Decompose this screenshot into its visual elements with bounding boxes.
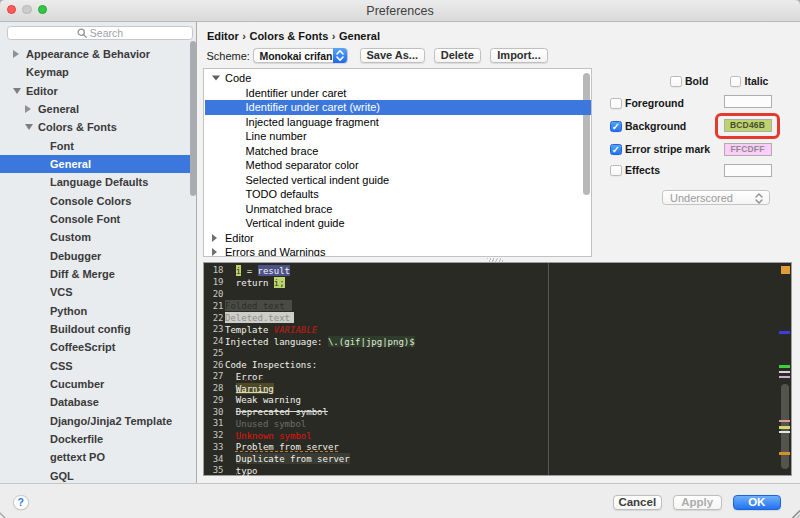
attribute-item-unmatched-brace[interactable]: Unmatched brace: [205, 202, 592, 217]
preferences-window: Preferences Search Appearance & Behavior…: [0, 0, 800, 518]
attribute-item-identifier-under-caret[interactable]: Identifier under caret: [205, 86, 592, 101]
effect-style-select[interactable]: Underscored: [662, 190, 770, 205]
code-line-25: 25: [204, 347, 791, 359]
attribute-item-identifier-under-caret-write[interactable]: Identifier under caret (write): [205, 100, 592, 115]
sidebar-item-label: Editor: [26, 85, 58, 97]
sidebar-item-dockerfile[interactable]: Dockerfile: [0, 430, 196, 448]
attribute-item-method-separator-color[interactable]: Method separator color: [205, 158, 592, 173]
error-stripe-mark[interactable]: [779, 376, 790, 379]
title-bar[interactable]: Preferences: [0, 0, 800, 22]
collapse-arrow-icon[interactable]: [13, 88, 21, 94]
error-stripe-mark-checkbox[interactable]: [610, 144, 622, 156]
sidebar-item-console-font[interactable]: Console Font: [0, 210, 196, 228]
sidebar-item-coffeescript[interactable]: CoffeeScript: [0, 338, 196, 356]
collapse-arrow-icon[interactable]: [212, 76, 220, 81]
sidebar-item-general[interactable]: General: [0, 100, 196, 118]
italic-checkbox[interactable]: [730, 76, 742, 88]
expand-arrow-icon[interactable]: [25, 105, 31, 113]
breadcrumb-item-colors-fonts[interactable]: Colors & Fonts: [249, 30, 328, 42]
attribute-item-editor[interactable]: Editor: [205, 231, 592, 246]
cancel-button[interactable]: Cancel: [613, 495, 662, 510]
sidebar-item-custom[interactable]: Custom: [0, 228, 196, 246]
attribute-item-errors-and-warnings[interactable]: Errors and Warnings: [205, 245, 592, 256]
sidebar-item-label: Custom: [50, 231, 91, 243]
sidebar-item-appearance-behavior[interactable]: Appearance & Behavior: [0, 45, 196, 63]
attribute-item-selected-vertical-indent-guide[interactable]: Selected vertical indent guide: [205, 173, 592, 188]
effects-checkbox[interactable]: [610, 165, 622, 177]
expand-arrow-icon[interactable]: [13, 50, 19, 58]
sidebar-item-label: Dockerfile: [50, 433, 103, 445]
sidebar-scrollbar[interactable]: [190, 41, 196, 196]
attribute-item-label: Selected vertical indent guide: [246, 174, 390, 186]
sidebar-item-vcs[interactable]: VCS: [0, 283, 196, 301]
sidebar-item-colors-fonts[interactable]: Colors & Fonts: [0, 118, 196, 136]
resize-grip-left-icon[interactable]: [0, 511, 7, 518]
background-checkbox[interactable]: [610, 121, 622, 133]
error-stripe-mark[interactable]: [779, 426, 790, 429]
error-stripe-mark-color-swatch[interactable]: FFCDFF: [724, 143, 772, 156]
expand-arrow-icon[interactable]: [212, 234, 217, 242]
sidebar-item-label: General: [50, 158, 91, 170]
scheme-select[interactable]: Monokai crifan: [253, 48, 348, 63]
collapse-arrow-icon[interactable]: [25, 124, 33, 130]
breadcrumb-item-editor[interactable]: Editor: [207, 30, 239, 42]
save-as-button[interactable]: Save As...: [360, 48, 425, 63]
sidebar-item-editor[interactable]: Editor: [0, 82, 196, 100]
expand-arrow-icon[interactable]: [212, 248, 217, 256]
sidebar-item-diff-merge[interactable]: Diff & Merge: [0, 265, 196, 283]
line-number: 25: [204, 348, 224, 358]
line-number: 19: [204, 277, 224, 287]
search-input[interactable]: Search: [7, 26, 193, 40]
attribute-item-line-number[interactable]: Line number: [205, 129, 592, 144]
attribute-item-injected-language-fragment[interactable]: Injected language fragment: [205, 115, 592, 130]
sidebar-item-keymap[interactable]: Keymap: [0, 63, 196, 81]
sidebar-item-label: VCS: [50, 286, 73, 298]
sidebar-item-debugger[interactable]: Debugger: [0, 247, 196, 265]
attribute-item-todo-defaults[interactable]: TODO defaults: [205, 187, 592, 202]
code-text: i = result: [225, 265, 290, 275]
sidebar-item-console-colors[interactable]: Console Colors: [0, 192, 196, 210]
error-stripe-mark[interactable]: [779, 452, 790, 455]
sidebar-item-language-defaults[interactable]: Language Defaults: [0, 173, 196, 191]
scheme-label: Scheme:: [207, 50, 250, 62]
import-button[interactable]: Import...: [490, 48, 548, 63]
resize-grip-icon[interactable]: [791, 509, 800, 518]
sidebar-item-font[interactable]: Font: [0, 137, 196, 155]
sidebar-item-buildout-config[interactable]: Buildout config: [0, 320, 196, 338]
sidebar-item-label: GQL: [50, 470, 74, 482]
code-text: return i;: [225, 277, 285, 287]
apply-button[interactable]: Apply: [673, 495, 722, 510]
sidebar-item-gettext-po[interactable]: gettext PO: [0, 448, 196, 466]
sidebar-item-cucumber[interactable]: Cucumber: [0, 375, 196, 393]
code-text: Deprecated symbol: [225, 407, 328, 417]
breadcrumb-item-general[interactable]: General: [339, 30, 380, 42]
bold-checkbox[interactable]: [670, 76, 682, 88]
error-stripe-mark[interactable]: [781, 266, 790, 275]
line-number: 34: [204, 454, 224, 464]
error-stripe-mark[interactable]: [779, 331, 790, 334]
error-stripe-mark[interactable]: [779, 365, 790, 368]
attribute-item-matched-brace[interactable]: Matched brace: [205, 144, 592, 159]
attribute-item-code[interactable]: Code: [205, 71, 592, 86]
attribute-item-vertical-indent-guide[interactable]: Vertical indent guide: [205, 216, 592, 231]
sidebar-item-gql[interactable]: GQL: [0, 466, 196, 483]
sidebar-item-database[interactable]: Database: [0, 393, 196, 411]
effects-color-swatch[interactable]: [724, 164, 772, 177]
sidebar-item-label: CSS: [50, 360, 73, 372]
sidebar-item-css[interactable]: CSS: [0, 356, 196, 374]
bold-label: Bold: [685, 75, 708, 87]
line-number: 23: [204, 324, 224, 334]
foreground-checkbox[interactable]: [610, 98, 622, 110]
code-text: Deleted.text: [225, 313, 294, 323]
error-stripe-mark[interactable]: [779, 431, 790, 433]
ok-button[interactable]: OK: [733, 495, 782, 510]
attribute-item-label: Unmatched brace: [246, 203, 333, 215]
sidebar-item-django-jinja2-template[interactable]: Django/Jinja2 Template: [0, 411, 196, 429]
help-button[interactable]: ?: [13, 495, 29, 511]
sidebar-item-python[interactable]: Python: [0, 301, 196, 319]
sidebar-item-general[interactable]: General: [0, 155, 196, 173]
delete-button[interactable]: Delete: [434, 48, 481, 63]
foreground-color-swatch[interactable]: [724, 95, 772, 108]
error-stripe-mark[interactable]: [779, 420, 790, 423]
error-stripe-mark[interactable]: [779, 371, 790, 374]
